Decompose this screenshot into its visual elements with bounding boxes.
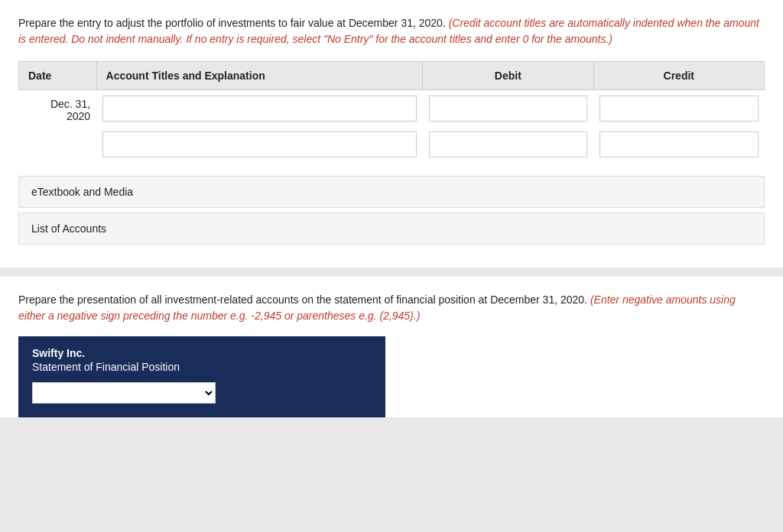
instruction-2: Prepare the presentation of all investme… — [18, 292, 765, 324]
credit-cell-2 — [593, 127, 764, 162]
debit-cell-1 — [423, 90, 593, 128]
instruction-plain-1: Prepare the entry to adjust the portfoli… — [18, 17, 449, 29]
section-1: Prepare the entry to adjust the portfoli… — [0, 0, 783, 268]
account-input-2[interactable] — [102, 131, 417, 157]
credit-cell-1 — [593, 90, 764, 128]
company-dropdown[interactable] — [32, 382, 216, 404]
header-account: Account Titles and Explanation — [96, 62, 423, 90]
account-cell-1 — [96, 90, 423, 128]
account-input-1[interactable] — [102, 96, 417, 122]
date-cell-1: Dec. 31, 2020 — [19, 90, 97, 128]
table-row — [19, 127, 765, 162]
company-card: Swifty Inc. Statement of Financial Posit… — [18, 336, 385, 417]
date-cell-2 — [19, 127, 97, 162]
credit-input-2[interactable] — [599, 131, 758, 157]
section-2: Prepare the presentation of all investme… — [0, 277, 783, 417]
header-debit: Debit — [423, 62, 593, 90]
header-credit: Credit — [593, 62, 764, 90]
list-of-accounts-button[interactable]: List of Accounts — [18, 212, 765, 245]
instruction-1: Prepare the entry to adjust the portfoli… — [18, 15, 765, 47]
account-cell-2 — [96, 127, 423, 162]
debit-cell-2 — [423, 127, 593, 162]
journal-table: Date Account Titles and Explanation Debi… — [18, 61, 765, 162]
company-subtitle: Statement of Financial Position — [32, 361, 372, 373]
debit-input-1[interactable] — [429, 96, 587, 122]
debit-input-2[interactable] — [429, 131, 587, 157]
header-date: Date — [19, 62, 97, 90]
table-row: Dec. 31, 2020 — [19, 90, 765, 128]
etextbook-button[interactable]: eTextbook and Media — [18, 176, 765, 208]
company-name: Swifty Inc. — [32, 347, 372, 359]
instruction-plain-2: Prepare the presentation of all investme… — [18, 294, 590, 306]
credit-input-1[interactable] — [599, 96, 758, 122]
